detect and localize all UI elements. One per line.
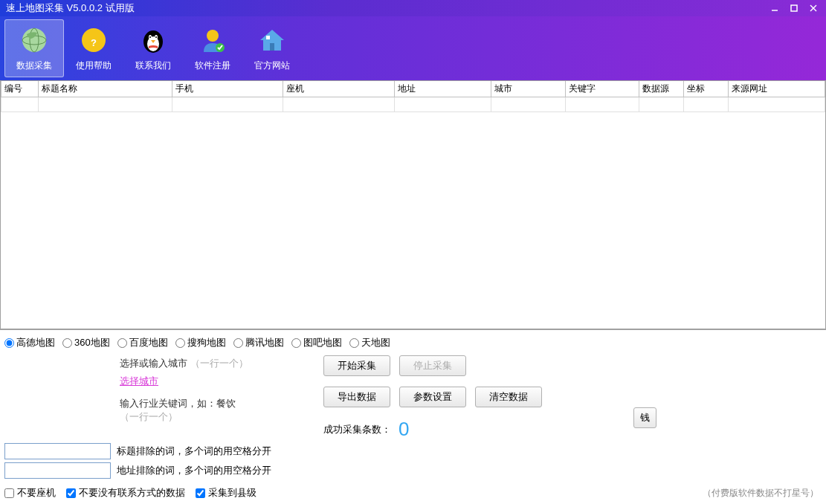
window-title: 速上地图采集 V5.0.0.2 试用版	[3, 1, 765, 15]
addr-exclude-label: 地址排除的词，多个词的用空格分开	[117, 464, 271, 477]
data-table: 编号标题名称手机座机地址城市关键字数据源坐标来源网址	[1, 81, 825, 112]
toolbar-item-0[interactable]: 数据采集	[4, 19, 64, 77]
table-cell	[684, 97, 729, 112]
close-button[interactable]	[804, 1, 823, 15]
to-county-check[interactable]: 采集到县级	[196, 486, 256, 500]
map-radio-5[interactable]: 图吧地图	[291, 336, 342, 349]
map-radio-2[interactable]: 百度地图	[117, 336, 168, 349]
money-button[interactable]: 钱	[633, 407, 656, 428]
start-button[interactable]: 开始采集	[323, 355, 390, 376]
col-header[interactable]: 标题名称	[38, 81, 172, 97]
table-cell	[38, 97, 172, 112]
user-icon	[198, 25, 228, 55]
select-city-link[interactable]: 选择城市	[120, 375, 158, 388]
city-label: 选择或输入城市	[120, 358, 187, 369]
toolbar: 数据采集?使用帮助联系我们软件注册官方网站	[0, 16, 826, 80]
svg-point-14	[155, 36, 157, 38]
penguin-icon	[138, 25, 168, 55]
stop-button: 停止采集	[399, 355, 466, 376]
svg-point-13	[149, 36, 151, 38]
table-cell	[1, 97, 39, 112]
toolbar-item-1[interactable]: ?使用帮助	[64, 19, 123, 77]
title-exclude-input[interactable]	[4, 443, 111, 459]
globe-icon	[19, 25, 49, 55]
toolbar-item-4[interactable]: 官方网站	[242, 19, 302, 77]
svg-rect-1	[791, 5, 797, 11]
success-count: 0	[399, 418, 409, 441]
no-contact-check[interactable]: 不要没有联系方式的数据	[66, 486, 185, 500]
svg-point-10	[147, 36, 159, 51]
map-radio-0[interactable]: 高德地图	[4, 336, 55, 349]
keyword-label: 输入行业关键词，如：餐饮	[120, 398, 236, 409]
table-cell	[283, 97, 395, 112]
table-cell	[639, 97, 684, 112]
col-header[interactable]: 地址	[394, 81, 491, 97]
city-input-area[interactable]	[4, 355, 106, 391]
help-icon: ?	[79, 25, 109, 55]
col-header[interactable]: 关键字	[565, 81, 639, 97]
svg-point-15	[207, 30, 219, 42]
col-header[interactable]: 城市	[491, 81, 565, 97]
toolbar-item-2[interactable]: 联系我们	[123, 19, 183, 77]
home-icon	[257, 25, 287, 55]
col-header[interactable]: 坐标	[684, 81, 729, 97]
table-cell	[394, 97, 491, 112]
bottom-panel: 高德地图360地图百度地图搜狗地图腾讯地图图吧地图天地图 选择或输入城市 （一行…	[0, 329, 826, 504]
map-radio-3[interactable]: 搜狗地图	[175, 336, 226, 349]
col-header[interactable]: 数据源	[639, 81, 684, 97]
addr-exclude-input[interactable]	[4, 462, 111, 479]
map-source-radios: 高德地图360地图百度地图搜狗地图腾讯地图图吧地图天地图	[4, 333, 822, 352]
svg-rect-18	[266, 36, 270, 39]
map-radio-6[interactable]: 天地图	[349, 336, 390, 349]
table-cell	[565, 97, 639, 112]
keyword-input-area[interactable]	[4, 398, 106, 434]
table-cell	[172, 97, 283, 112]
table-cell	[491, 97, 565, 112]
export-button[interactable]: 导出数据	[323, 387, 390, 407]
no-landline-check[interactable]: 不要座机	[4, 486, 56, 500]
col-header[interactable]: 座机	[283, 81, 395, 97]
minimize-button[interactable]	[765, 1, 784, 15]
city-hint: （一行一个）	[190, 358, 248, 369]
maximize-button[interactable]	[784, 1, 804, 15]
titlebar: 速上地图采集 V5.0.0.2 试用版	[0, 0, 826, 16]
map-radio-1[interactable]: 360地图	[62, 336, 110, 349]
col-header[interactable]: 手机	[172, 81, 283, 97]
map-radio-4[interactable]: 腾讯地图	[233, 336, 284, 349]
clear-button[interactable]: 清空数据	[475, 387, 542, 407]
data-table-container: 编号标题名称手机座机地址城市关键字数据源坐标来源网址	[0, 80, 826, 329]
toolbar-item-3[interactable]: 软件注册	[183, 19, 242, 77]
success-label: 成功采集条数：	[323, 423, 391, 436]
keyword-hint: （一行一个）	[120, 411, 178, 422]
svg-point-4	[22, 28, 46, 52]
title-exclude-label: 标题排除的词，多个词的用空格分开	[117, 445, 271, 458]
filter-checks: 不要座机 不要没有联系方式的数据 采集到县级	[4, 482, 822, 504]
params-button[interactable]: 参数设置	[399, 387, 466, 407]
footer-note: （付费版软件数据不打星号）	[703, 487, 819, 500]
col-header[interactable]: 编号	[1, 81, 39, 97]
table-cell	[729, 97, 825, 112]
svg-text:?: ?	[91, 37, 97, 48]
col-header[interactable]: 来源网址	[729, 81, 825, 97]
svg-rect-17	[270, 43, 274, 51]
